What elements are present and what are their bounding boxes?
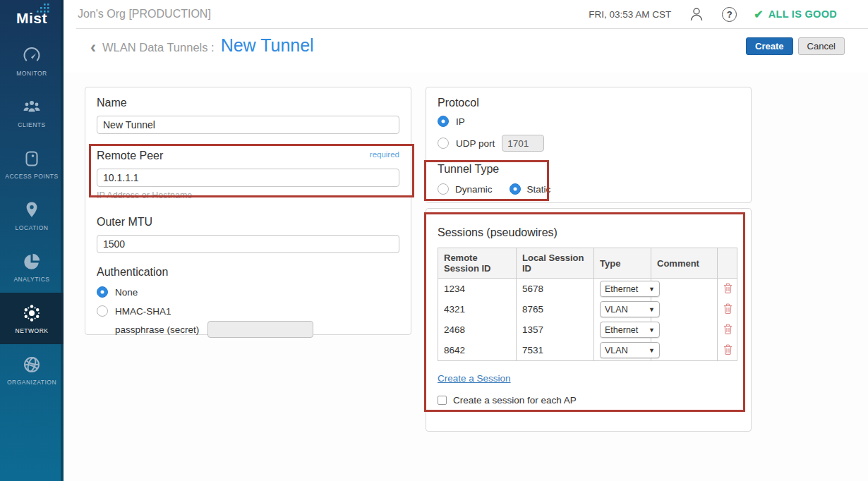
local-session-id-cell[interactable]: 1357 xyxy=(517,319,594,340)
chevron-down-icon: ▼ xyxy=(649,286,655,293)
page-title: New Tunnel xyxy=(221,35,314,56)
sidebar-item-analytics[interactable]: ANALYTICS xyxy=(0,241,64,293)
sidebar-item-access-points[interactable]: ACCESS POINTS xyxy=(0,138,64,190)
mist-logo-dots-icon xyxy=(37,4,49,13)
passphrase-label: passphrase (secret) xyxy=(115,324,199,335)
page-header: ‹ WLAN Data Tunnels : New Tunnel Create … xyxy=(64,29,868,73)
cancel-button[interactable]: Cancel xyxy=(798,37,845,55)
local-session-id-cell[interactable]: 5678 xyxy=(517,279,594,300)
outer-mtu-label: Outer MTU xyxy=(97,216,399,229)
remote-session-id-cell[interactable]: 1234 xyxy=(438,279,517,300)
protocol-label: Protocol xyxy=(438,97,740,109)
create-session-each-ap-label: Create a session for each AP xyxy=(453,395,577,406)
sidebar-item-location[interactable]: LOCATION xyxy=(0,190,64,241)
delete-session-button[interactable] xyxy=(723,324,733,336)
protocol-udp-label: UDP port xyxy=(456,138,495,149)
session-row: 2468 1357 Ethernet▼ xyxy=(438,319,737,340)
create-session-link[interactable]: Create a Session xyxy=(438,373,511,384)
org-name: Jon's Org [PRODUCTION] xyxy=(78,0,211,28)
status-text: ALL IS GOOD xyxy=(768,8,837,20)
delete-session-button[interactable] xyxy=(723,303,733,316)
back-chevron-icon[interactable]: ‹ xyxy=(90,40,96,54)
globe-icon xyxy=(21,354,42,375)
authentication-label: Authentication xyxy=(97,266,399,279)
type-select[interactable]: Ethernet▼ xyxy=(600,281,660,297)
map-pin-icon xyxy=(21,200,42,221)
auth-none-label: None xyxy=(115,287,138,298)
sidebar-item-label: ACCESS POINTS xyxy=(5,173,58,180)
type-select[interactable]: Ethernet▼ xyxy=(600,322,660,338)
chevron-down-icon: ▼ xyxy=(649,347,655,354)
remote-session-id-cell[interactable]: 8642 xyxy=(438,340,517,361)
sidebar-item-monitor[interactable]: MONITOR xyxy=(0,35,64,87)
chevron-down-icon: ▼ xyxy=(649,327,655,334)
tunnel-settings-card: Name Remote Peer required IP Address or … xyxy=(85,87,411,335)
sidebar-nav: MONITOR CLIENTS xyxy=(0,35,64,396)
sessions-card: Sessions (pseudowires) Remote Session ID… xyxy=(426,208,752,432)
comment-cell[interactable] xyxy=(651,340,718,361)
create-button[interactable]: Create xyxy=(746,37,792,55)
required-tag: required xyxy=(370,150,399,159)
sidebar-item-label: NETWORK xyxy=(16,327,49,334)
protocol-ip-label: IP xyxy=(456,116,465,127)
people-icon xyxy=(21,97,42,118)
user-account-icon[interactable] xyxy=(688,6,705,23)
sidebar-item-label: ANALYTICS xyxy=(13,276,49,283)
col-header-actions xyxy=(718,248,737,279)
name-label: Name xyxy=(97,97,399,109)
outer-mtu-input[interactable] xyxy=(97,235,399,253)
tunnel-type-label: Tunnel Type xyxy=(438,163,740,176)
auth-hmac-label: HMAC-SHA1 xyxy=(115,306,171,317)
datetime: FRI, 03:53 AM CST xyxy=(589,9,671,20)
sessions-title: Sessions (pseudowires) xyxy=(438,226,740,239)
sessions-table: Remote Session ID Local Session ID Type … xyxy=(438,248,737,361)
session-row: 8642 7531 VLAN▼ xyxy=(438,340,737,361)
comment-cell[interactable] xyxy=(651,319,718,340)
comment-cell[interactable] xyxy=(651,299,718,319)
col-header-local-session-id: Local Session ID xyxy=(517,248,594,279)
local-session-id-cell[interactable]: 7531 xyxy=(517,340,594,361)
session-row: 4321 8765 VLAN▼ xyxy=(438,299,737,319)
create-session-each-ap-checkbox[interactable] xyxy=(438,396,447,405)
col-header-remote-session-id: Remote Session ID xyxy=(438,248,517,279)
name-input[interactable] xyxy=(97,116,399,134)
mist-logo[interactable]: Mist xyxy=(0,0,64,32)
remote-session-id-cell[interactable]: 2468 xyxy=(438,319,517,340)
protocol-udp-radio[interactable] xyxy=(438,138,449,149)
protocol-ip-radio[interactable] xyxy=(438,116,449,127)
pie-chart-icon xyxy=(21,251,42,272)
sidebar-item-label: ORGANIZATION xyxy=(7,379,56,386)
tunnel-type-static-label: Static xyxy=(527,184,551,195)
access-point-icon xyxy=(21,148,42,169)
type-select[interactable]: VLAN▼ xyxy=(600,342,660,358)
local-session-id-cell[interactable]: 8765 xyxy=(517,299,594,319)
breadcrumb[interactable]: WLAN Data Tunnels : xyxy=(102,41,215,54)
sidebar-item-label: MONITOR xyxy=(16,70,47,77)
tunnel-type-static-radio[interactable] xyxy=(510,183,521,195)
delete-session-button[interactable] xyxy=(723,283,733,296)
sidebar-item-clients[interactable]: CLIENTS xyxy=(0,87,64,138)
delete-session-button[interactable] xyxy=(723,344,733,357)
status-badge[interactable]: ✔ ALL IS GOOD xyxy=(754,8,837,21)
remote-peer-hint: IP Address or Hostname xyxy=(97,190,399,200)
remote-session-id-cell[interactable]: 4321 xyxy=(438,299,517,319)
auth-none-radio[interactable] xyxy=(97,286,108,298)
auth-hmac-radio[interactable] xyxy=(97,305,108,317)
udp-port-input[interactable] xyxy=(502,135,544,152)
remote-peer-input[interactable] xyxy=(97,169,399,187)
network-hub-icon xyxy=(21,303,42,324)
tunnel-type-dynamic-radio[interactable] xyxy=(438,183,449,195)
sidebar-item-network[interactable]: NETWORK xyxy=(0,293,64,344)
page: Mist MONITOR xyxy=(0,0,868,481)
protocol-card: Protocol IP UDP port Tunnel Type Dynamic… xyxy=(426,87,752,203)
sidebar-item-organization[interactable]: ORGANIZATION xyxy=(0,344,64,396)
sidebar-item-label: LOCATION xyxy=(16,224,49,231)
sidebar: Mist MONITOR xyxy=(0,0,64,481)
comment-cell[interactable] xyxy=(651,279,718,300)
col-header-type: Type xyxy=(594,248,651,279)
type-select[interactable]: VLAN▼ xyxy=(600,301,660,317)
passphrase-input[interactable] xyxy=(207,321,313,338)
remote-peer-label: Remote Peer xyxy=(97,150,163,162)
gauge-icon xyxy=(21,45,42,66)
help-icon[interactable]: ? xyxy=(722,7,737,22)
